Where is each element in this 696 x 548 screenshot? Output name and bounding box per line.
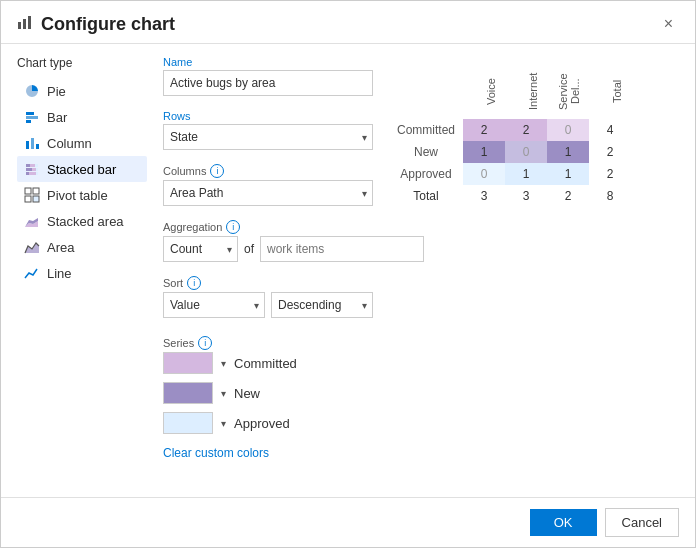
col-header-total: Total — [589, 64, 631, 119]
chart-type-column[interactable]: Column — [17, 130, 147, 156]
svg-rect-8 — [36, 144, 39, 149]
sort-value-wrapper: Value ▾ — [163, 292, 265, 318]
aggregation-label-row: Aggregation i — [163, 220, 373, 234]
svg-rect-20 — [25, 196, 31, 202]
pivot-icon — [23, 186, 41, 204]
aggregation-label: Aggregation — [163, 221, 222, 233]
series-label-row: Series i — [163, 336, 373, 350]
name-label: Name — [163, 56, 373, 68]
svg-rect-3 — [26, 112, 34, 115]
clear-colors-link[interactable]: Clear custom colors — [163, 446, 269, 460]
aggregation-count-select[interactable]: Count — [163, 236, 238, 262]
columns-select-wrapper: Area Path ▾ — [163, 180, 373, 206]
chart-type-stacked-area-label: Stacked area — [47, 214, 124, 229]
series-committed-chevron-icon[interactable]: ▾ — [221, 358, 226, 369]
chart-type-label: Chart type — [17, 56, 147, 70]
cell-total-service: 2 — [547, 185, 589, 207]
series-approved-color[interactable] — [163, 412, 213, 434]
chart-type-line[interactable]: Line — [17, 260, 147, 286]
area-icon — [23, 238, 41, 256]
svg-rect-13 — [32, 168, 36, 171]
columns-label-row: Columns i — [163, 164, 373, 178]
cell-approved-voice: 0 — [463, 163, 505, 185]
table-row-total: Total 3 3 2 8 — [389, 185, 631, 207]
chart-type-stacked-area[interactable]: Stacked area — [17, 208, 147, 234]
name-input[interactable] — [163, 70, 373, 96]
aggregation-section: Aggregation i Count ▾ of — [163, 220, 373, 262]
series-committed: ▾ Committed — [163, 352, 373, 374]
rows-section: Rows State ▾ — [163, 110, 373, 150]
chart-type-line-label: Line — [47, 266, 72, 281]
series-committed-color[interactable] — [163, 352, 213, 374]
cancel-button[interactable]: Cancel — [605, 508, 679, 537]
pie-icon — [23, 82, 41, 100]
aggregation-row: Count ▾ of — [163, 236, 373, 262]
form-panel: Name Rows State ▾ Columns i — [163, 56, 373, 485]
columns-label: Columns — [163, 165, 206, 177]
name-section: Name — [163, 56, 373, 96]
pivot-data-table: Voice Internet Service Del... Total Comm… — [389, 64, 631, 207]
svg-rect-2 — [28, 16, 31, 29]
chart-type-area[interactable]: Area — [17, 234, 147, 260]
ok-button[interactable]: OK — [530, 509, 597, 536]
close-button[interactable]: × — [658, 13, 679, 35]
rows-select[interactable]: State — [163, 124, 373, 150]
rows-select-wrapper: State ▾ — [163, 124, 373, 150]
line-icon — [23, 264, 41, 282]
chart-type-column-label: Column — [47, 136, 92, 151]
series-section: Series i ▾ Committed ▾ New ▾ Approved — [163, 336, 373, 460]
series-new-chevron-icon[interactable]: ▾ — [221, 388, 226, 399]
bar-icon — [23, 108, 41, 126]
cell-approved-total: 2 — [589, 163, 631, 185]
columns-info-icon[interactable]: i — [210, 164, 224, 178]
table-row: Committed 2 2 0 4 — [389, 119, 631, 141]
dialog-body: Chart type Pie — [1, 44, 695, 497]
sort-dir-wrapper: Descending ▾ — [271, 292, 373, 318]
chart-type-pie-label: Pie — [47, 84, 66, 99]
columns-select[interactable]: Area Path — [163, 180, 373, 206]
dialog-footer: OK Cancel — [1, 497, 695, 547]
sort-info-icon[interactable]: i — [187, 276, 201, 290]
table-row: New 1 0 1 2 — [389, 141, 631, 163]
sort-label-row: Sort i — [163, 276, 373, 290]
series-approved-chevron-icon[interactable]: ▾ — [221, 418, 226, 429]
sort-dir-select[interactable]: Descending — [271, 292, 373, 318]
stacked-area-icon — [23, 212, 41, 230]
svg-rect-14 — [36, 168, 38, 171]
chart-type-stacked-bar[interactable]: Stacked bar — [17, 156, 147, 182]
pivot-table: Voice Internet Service Del... Total Comm… — [389, 64, 679, 207]
col-header-internet: Internet — [505, 64, 547, 119]
svg-rect-1 — [23, 19, 26, 29]
svg-rect-5 — [26, 120, 31, 123]
svg-rect-10 — [30, 164, 35, 167]
series-committed-label: Committed — [234, 356, 297, 371]
col-header-voice: Voice — [463, 64, 505, 119]
svg-rect-0 — [18, 22, 21, 29]
svg-rect-17 — [36, 172, 38, 175]
chart-type-bar[interactable]: Bar — [17, 104, 147, 130]
series-new-color[interactable] — [163, 382, 213, 404]
sort-section: Sort i Value ▾ Descending ▾ — [163, 276, 373, 318]
cell-new-total: 2 — [589, 141, 631, 163]
svg-rect-7 — [31, 138, 34, 149]
cell-committed-internet: 2 — [505, 119, 547, 141]
series-info-icon[interactable]: i — [198, 336, 212, 350]
chart-type-area-label: Area — [47, 240, 74, 255]
svg-rect-9 — [26, 164, 30, 167]
cell-total-voice: 3 — [463, 185, 505, 207]
col-header-service: Service Del... — [547, 64, 589, 119]
svg-rect-12 — [26, 168, 32, 171]
svg-rect-21 — [33, 196, 39, 202]
chart-type-pie[interactable]: Pie — [17, 78, 147, 104]
chart-type-pivot[interactable]: Pivot table — [17, 182, 147, 208]
svg-rect-18 — [25, 188, 31, 194]
sort-value-select[interactable]: Value — [163, 292, 265, 318]
table-row: Approved 0 1 1 2 — [389, 163, 631, 185]
chart-icon — [17, 14, 33, 34]
aggregation-info-icon[interactable]: i — [226, 220, 240, 234]
cell-total-total: 8 — [589, 185, 631, 207]
cell-new-internet: 0 — [505, 141, 547, 163]
columns-section: Columns i Area Path ▾ — [163, 164, 373, 206]
chart-type-bar-label: Bar — [47, 110, 67, 125]
cell-committed-voice: 2 — [463, 119, 505, 141]
